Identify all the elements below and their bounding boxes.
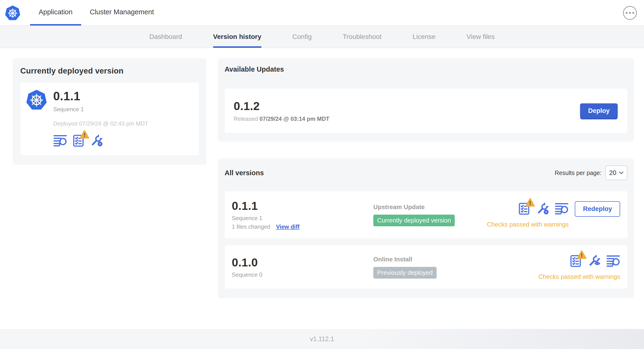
console-version-text: v1.112.1 — [310, 336, 334, 343]
update-row: 0.1.2 Released 07/29/24 @ 03:14 pm MDT D… — [224, 88, 627, 133]
edit-config-icon[interactable] — [90, 134, 103, 147]
current-version-number: 0.1.1 — [53, 89, 148, 103]
all-versions-title: All versions — [224, 169, 264, 177]
checks-status-text: Checks passed with warnings — [487, 221, 569, 228]
current-version-card: Currently deployed version 0.1.1 Sequenc… — [13, 58, 206, 165]
tab-cluster-management[interactable]: Cluster Management — [81, 0, 162, 26]
deploy-logs-icon[interactable] — [53, 134, 67, 148]
results-per-page-value: 20 — [609, 169, 616, 177]
row-sequence: Sequence 0 — [232, 272, 373, 278]
subnav-item-license[interactable]: License — [412, 26, 436, 48]
available-updates-card: Available Updates 0.1.2 Released 07/29/2… — [218, 58, 634, 142]
version-row: 0.1.0 Sequence 0 Online Install Previous… — [224, 246, 627, 288]
deploy-button[interactable]: Deploy — [580, 103, 618, 118]
update-version-number: 0.1.2 — [234, 100, 330, 113]
more-menu-button[interactable] — [623, 6, 637, 20]
version-row: 0.1.1 Sequence 1 1 files changed View di… — [224, 191, 627, 238]
tab-application-label: Application — [39, 8, 72, 16]
subnav-item-troubleshoot[interactable]: Troubleshoot — [343, 26, 382, 48]
row-version-number: 0.1.1 — [232, 199, 373, 212]
subnav-item-version-history[interactable]: Version history — [213, 26, 261, 48]
deploy-logs-icon[interactable] — [555, 202, 568, 216]
edit-config-icon[interactable] — [536, 202, 550, 215]
row-sequence: Sequence 1 — [232, 215, 373, 222]
subnav-item-config[interactable]: Config — [292, 26, 312, 48]
redeploy-button[interactable]: Redeploy — [575, 201, 620, 217]
app-header: Application Cluster Management — [0, 0, 644, 26]
current-version-sequence: Sequence 1 — [53, 106, 148, 113]
results-per-page-label: Results per page: — [555, 170, 602, 176]
results-per-page-select[interactable]: 20 — [605, 166, 627, 180]
checks-status-text: Checks passed with warnings — [538, 273, 620, 280]
tab-cluster-management-label: Cluster Management — [90, 8, 154, 16]
preflight-checks-warning-icon[interactable] — [72, 134, 85, 148]
status-badge-previously-deployed: Previously deployed — [373, 267, 436, 278]
subnav-item-dashboard[interactable]: Dashboard — [150, 26, 182, 48]
tab-application[interactable]: Application — [30, 0, 81, 26]
view-config-icon[interactable] — [588, 254, 601, 268]
warning-triangle-icon — [80, 130, 90, 139]
warning-triangle-icon — [577, 250, 587, 259]
main-content: Currently deployed version 0.1.1 Sequenc… — [0, 48, 644, 329]
app-footer: v1.112.1 — [0, 329, 644, 349]
current-version-deployed-date: Deployed 07/29/24 @ 02:43 pm MDT — [53, 120, 148, 127]
available-updates-title: Available Updates — [224, 66, 627, 73]
row-version-number: 0.1.0 — [232, 256, 373, 269]
kubernetes-logo — [0, 0, 20, 26]
current-version-title: Currently deployed version — [20, 66, 199, 76]
deploy-logs-icon[interactable] — [606, 254, 620, 268]
row-files-changed: 1 files changed — [232, 224, 270, 230]
status-badge-currently-deployed: Currently deployed version — [373, 214, 455, 226]
preflight-checks-warning-icon[interactable] — [569, 254, 582, 268]
app-icon-kubernetes — [26, 90, 46, 110]
ellipsis-icon — [626, 12, 628, 14]
subnav-item-view-files[interactable]: View files — [467, 26, 495, 48]
preflight-checks-warning-icon[interactable] — [518, 202, 531, 216]
header-tabs: Application Cluster Management — [30, 0, 162, 26]
row-source-label: Upstream Update — [373, 204, 487, 211]
current-version-inner-card: 0.1.1 Sequence 1 Deployed 07/29/24 @ 02:… — [20, 82, 199, 155]
all-versions-card: All versions Results per page: 20 0.1.1 … — [218, 158, 634, 298]
warning-triangle-icon — [525, 198, 535, 207]
view-diff-link[interactable]: View diff — [276, 224, 299, 230]
update-released-date: Released 07/29/24 @ 03:14 pm MDT — [234, 116, 330, 122]
app-subnav: Dashboard Version history Config Trouble… — [0, 26, 644, 48]
chevron-down-icon — [619, 172, 624, 174]
row-source-label: Online Install — [373, 256, 538, 263]
